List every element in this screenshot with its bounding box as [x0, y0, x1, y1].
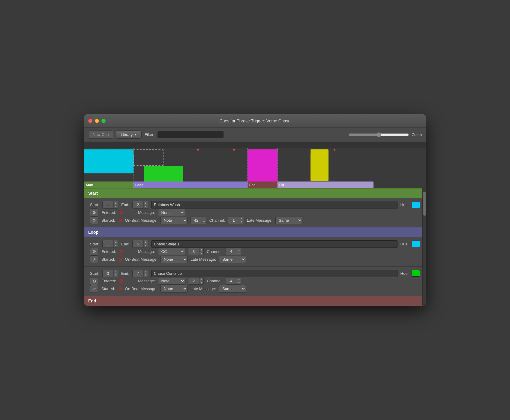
start-value-1: 1 [103, 202, 113, 208]
end-spinner-l2[interactable]: 7 ▲ ▼ [132, 270, 148, 277]
zoom-label: Zoom [412, 132, 422, 137]
end-spinner-l1[interactable]: 5 ▲ ▼ [132, 240, 148, 248]
channel-down-l1[interactable]: ▼ [237, 252, 241, 255]
end-down-1[interactable]: ▼ [144, 205, 148, 208]
end-value-1: 2 [133, 202, 143, 208]
msg-up-l2[interactable]: ▲ [200, 278, 204, 281]
timeline-track-area[interactable]: Loop Fill Start End [84, 148, 426, 188]
channel-spinner-1[interactable]: 1 ▲ ▼ [228, 217, 244, 224]
channel-up-l1[interactable]: ▲ [237, 248, 241, 252]
on-beat-select-l1[interactable]: None Note CC [160, 256, 188, 263]
message-value-l2[interactable]: 2 ▲ ▼ [188, 277, 204, 285]
start-down-1[interactable]: ▼ [114, 205, 118, 208]
end-up-l2[interactable]: ▲ [144, 270, 148, 274]
hue-box-l2[interactable] [412, 270, 420, 277]
started-blocked-l1[interactable]: ⊘ [118, 256, 122, 262]
scrollbar-thumb[interactable] [423, 192, 426, 216]
start-up-l1[interactable]: ▲ [114, 240, 118, 244]
start-down-l2[interactable]: ▼ [114, 273, 118, 277]
link-icon-l1[interactable]: ↗ [90, 256, 98, 263]
boundary-fill [278, 148, 278, 188]
end-down-l1[interactable]: ▼ [144, 244, 148, 248]
timeline-bar-fill[interactable]: Fill [278, 182, 374, 188]
cue-name-rainbow-wash[interactable] [151, 201, 398, 208]
zoom-slider[interactable] [349, 132, 409, 137]
start-spinner-l2[interactable]: 3 ▲ ▼ [102, 270, 118, 277]
cue-name-chase-continue[interactable] [151, 270, 398, 277]
cue-line-2: ⚙ Entered: ⊘ Message: None Note CC [90, 208, 420, 216]
close-button[interactable] [88, 119, 92, 123]
end-up-1[interactable]: ▲ [144, 201, 148, 205]
section-start-label: Start [88, 191, 98, 196]
link-icon-1[interactable]: ⚙ [90, 216, 98, 224]
timeline[interactable]: Loop Fill Start End [84, 142, 426, 188]
late-select-l2[interactable]: Same None [219, 285, 246, 292]
maximize-button[interactable] [101, 119, 106, 123]
hue-box-1[interactable] [412, 202, 420, 208]
channel-up-l2[interactable]: ▲ [237, 278, 241, 281]
on-beat-up-1[interactable]: ▲ [202, 217, 206, 220]
start-down-l1[interactable]: ▼ [114, 244, 118, 248]
timeline-block-fill-yellow[interactable] [310, 149, 328, 181]
minimize-button[interactable] [95, 119, 99, 123]
scrollbar[interactable] [422, 188, 426, 306]
msg-up-l1[interactable]: ▲ [200, 248, 204, 252]
on-beat-label-1: On-Beat Message: [125, 218, 158, 223]
cue-row-rainbow-wash: Start: 1 ▲ ▼ End: 2 ▲ ▼ [84, 198, 426, 227]
start-spinner-l1[interactable]: 1 ▲ ▼ [102, 240, 118, 248]
message-select-l1[interactable]: CC None Note [158, 248, 185, 255]
message-value-l1[interactable]: 3 ▲ ▼ [188, 248, 204, 255]
timeline-block-loop-green[interactable] [144, 166, 183, 182]
entered-blocked-1[interactable]: ⊘ [119, 210, 123, 215]
timeline-block-start-dashed [134, 149, 164, 166]
gear-icon-1[interactable]: ⚙ [90, 208, 98, 216]
late-select-1[interactable]: Same None [275, 217, 302, 224]
cue-line-loop2-3: ↗ Started: ⊘ On-Beat Message: None Note … [90, 285, 420, 293]
section-header-end: End [84, 296, 426, 306]
entered-blocked-l2[interactable]: ⊘ [119, 278, 123, 284]
on-beat-down-1[interactable]: ▼ [202, 220, 206, 224]
timeline-bar-end[interactable]: End [248, 182, 278, 188]
filter-input[interactable] [158, 131, 224, 138]
message-select-l2[interactable]: Note None CC [158, 277, 185, 285]
on-beat-value-1[interactable]: 42 ▲ ▼ [190, 217, 206, 224]
hue-box-l1[interactable] [412, 241, 420, 247]
end-up-l1[interactable]: ▲ [144, 240, 148, 244]
msg-down-l1[interactable]: ▼ [200, 252, 204, 255]
channel-spinner-l1[interactable]: 4 ▲ ▼ [226, 248, 242, 255]
new-cue-button[interactable]: New Cue [88, 130, 113, 139]
channel-down-1[interactable]: ▼ [239, 220, 244, 224]
zoom-area: Zoom [349, 132, 422, 137]
channel-spinner-l2[interactable]: 4 ▲ ▼ [226, 277, 242, 285]
gear-icon-l2[interactable]: ⚙ [90, 277, 98, 285]
channel-up-1[interactable]: ▲ [239, 217, 244, 220]
start-up-l2[interactable]: ▲ [114, 270, 118, 274]
start-bar-label: Start [86, 183, 93, 187]
late-select-l1[interactable]: Same None [219, 256, 246, 263]
end-spinner-1[interactable]: 2 ▲ ▼ [132, 201, 148, 208]
channel-value-1: 1 [228, 217, 239, 224]
on-beat-select-l2[interactable]: None Note CC [160, 285, 188, 292]
msg-down-l2[interactable]: ▼ [200, 281, 204, 285]
timeline-bar-start[interactable]: Start [84, 182, 134, 188]
start-spinner-1[interactable]: 1 ▲ ▼ [102, 201, 118, 208]
timeline-block-start-cyan[interactable] [84, 149, 134, 173]
end-down-l2[interactable]: ▼ [144, 273, 148, 277]
hue-label-1: Hue: [400, 202, 409, 207]
started-blocked-l2[interactable]: ⊘ [118, 286, 122, 292]
svg-point-1 [233, 149, 235, 151]
channel-down-l2[interactable]: ▼ [237, 281, 241, 285]
started-blocked-1[interactable]: ⊘ [118, 218, 122, 223]
message-select-1[interactable]: None Note CC [158, 209, 185, 216]
entered-blocked-l1[interactable]: ⊘ [119, 249, 123, 254]
start-up-1[interactable]: ▲ [114, 201, 118, 205]
on-beat-label-l1: On-Beat Message: [125, 257, 158, 262]
link-icon-l2[interactable]: ↗ [90, 285, 98, 293]
message-label-l2: Message: [138, 279, 155, 283]
timeline-bar-loop[interactable]: Loop [134, 182, 267, 188]
gear-icon-l1[interactable]: ⚙ [90, 248, 98, 256]
timeline-block-end-magenta[interactable] [248, 149, 278, 182]
cue-name-chase-stage-1[interactable] [151, 240, 398, 248]
library-button[interactable]: Library ▼ [116, 130, 142, 139]
on-beat-select-1[interactable]: Note None CC [160, 217, 188, 224]
